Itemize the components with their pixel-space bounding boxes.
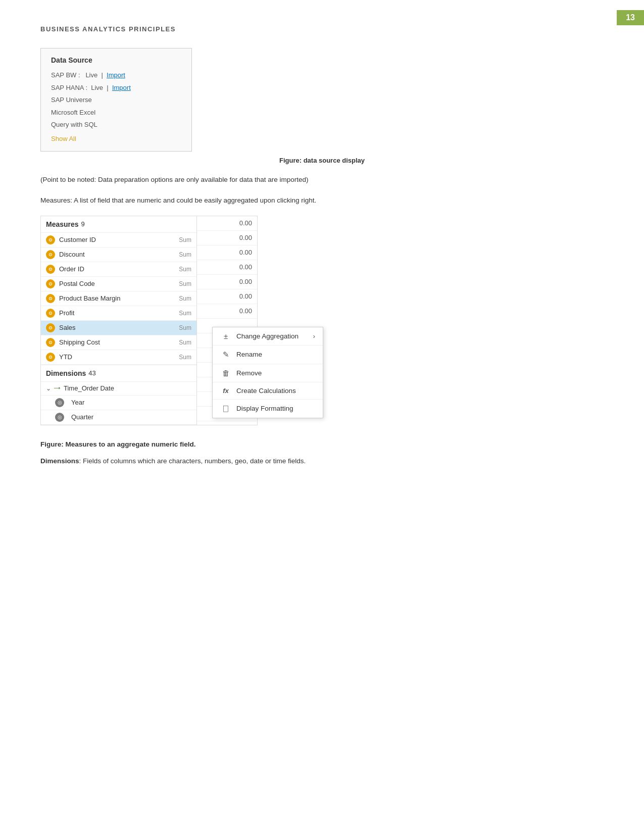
measure-agg-sales: Sum — [179, 324, 191, 331]
dimensions-label: Dimensions — [46, 369, 86, 377]
change-aggregation-arrow: › — [313, 332, 316, 340]
measure-name-product-base-margin: Product Base Margin — [59, 295, 176, 302]
measure-agg-order-id: Sum — [179, 266, 191, 273]
change-aggregation-icon: ± — [220, 332, 231, 340]
value-cell-1: 0.00 — [197, 231, 257, 246]
context-menu: ± Change Aggregation › ✎ Rename 🗑 Remove… — [212, 327, 323, 418]
measure-row-shipping-cost[interactable]: ⊙ Shipping Cost Sum — [41, 335, 196, 350]
page-title: BUSINESS ANALYTICS PRINCIPLES — [40, 25, 604, 33]
measure-icon-order-id: ⊙ — [46, 265, 55, 274]
dimension-icon-year: ◎ — [55, 398, 64, 407]
data-source-box: Data Source SAP BW : Live | Import SAP H… — [40, 48, 192, 152]
measure-row-postal-code[interactable]: ⊙ Postal Code Sum — [41, 277, 196, 291]
measure-row-ytd[interactable]: ⊙ YTD Sum — [41, 350, 196, 365]
rename-icon: ✎ — [220, 350, 231, 359]
dimensions-bold-label: Dimensions — [40, 457, 79, 465]
dimensions-rest-text: : Fields of columns which are characters… — [79, 457, 306, 465]
measure-agg-customer-id: Sum — [179, 236, 191, 243]
figure1-caption-text: Figure: data source display — [279, 157, 365, 164]
dimension-sub-row-year[interactable]: ◎ Year — [41, 396, 196, 410]
measure-agg-ytd: Sum — [179, 354, 191, 361]
value-cell-3: 0.00 — [197, 260, 257, 275]
display-formatting-label: Display Formatting — [236, 405, 293, 412]
remove-label: Remove — [236, 369, 262, 377]
dimension-name-time-order-date: Time_Order Date — [64, 384, 191, 392]
measure-icon-product-base-margin: ⊙ — [46, 294, 55, 303]
measure-name-shipping-cost: Shipping Cost — [59, 338, 176, 346]
value-cell-6: 0.00 — [197, 304, 257, 319]
measure-agg-product-base-margin: Sum — [179, 295, 191, 302]
measure-row-customer-id[interactable]: ⊙ Customer ID Sum — [41, 233, 196, 248]
value-cell-4: 0.00 — [197, 275, 257, 289]
data-source-show-all[interactable]: Show All — [51, 134, 181, 144]
dimensions-count: 43 — [88, 369, 95, 377]
data-source-sap-universe[interactable]: SAP Universe — [51, 95, 181, 105]
context-menu-item-rename[interactable]: ✎ Rename — [213, 346, 323, 364]
measure-name-discount: Discount — [59, 251, 176, 258]
data-source-sap-bw: SAP BW : Live | Import — [51, 70, 181, 80]
measure-icon-postal-code: ⊙ — [46, 279, 55, 288]
measure-name-customer-id: Customer ID — [59, 236, 176, 243]
measure-name-order-id: Order ID — [59, 265, 176, 273]
rename-label: Rename — [236, 351, 262, 358]
sap-bw-import-link[interactable]: Import — [107, 71, 125, 79]
dimension-icon-quarter: ◎ — [55, 413, 64, 422]
figure2-caption-text: Figure: Measures to an aggregate numeric… — [40, 440, 196, 448]
data-source-microsoft-excel[interactable]: Microsoft Excel — [51, 108, 181, 118]
create-calculations-icon: fx — [220, 387, 231, 395]
measure-icon-discount: ⊙ — [46, 250, 55, 259]
body-text-dimensions: Dimensions: Fields of columns which are … — [40, 456, 604, 467]
dimension-expand-arrow[interactable]: ⌄ — [46, 385, 51, 392]
remove-icon: 🗑 — [220, 369, 231, 377]
measure-name-profit: Profit — [59, 309, 176, 317]
body-text-note: (Point to be noted: Data preparation opt… — [40, 174, 604, 186]
measure-name-ytd: YTD — [59, 353, 176, 361]
measure-agg-postal-code: Sum — [179, 280, 191, 287]
measure-icon-shipping-cost: ⊙ — [46, 338, 55, 347]
measure-icon-sales: ⊙ — [46, 323, 55, 332]
measures-count: 9 — [81, 220, 85, 228]
dimension-tree-icon: ⭢ — [54, 384, 61, 393]
context-menu-item-remove[interactable]: 🗑 Remove — [213, 364, 323, 382]
sap-hana-import-link[interactable]: Import — [112, 84, 131, 91]
value-cell-header: 0.00 — [197, 216, 257, 231]
measure-row-discount[interactable]: ⊙ Discount Sum — [41, 248, 196, 262]
measure-row-sales[interactable]: ⊙ Sales Sum — [41, 321, 196, 335]
data-source-box-title: Data Source — [51, 56, 181, 64]
data-source-sap-hana: SAP HANA : Live | Import — [51, 83, 181, 93]
context-menu-item-display-formatting[interactable]: ⎕ Display Formatting — [213, 400, 323, 418]
measures-area: Measures 9 ⊙ Customer ID Sum ⊙ Discount … — [40, 216, 604, 425]
measures-header: Measures 9 — [41, 216, 196, 233]
measure-icon-ytd: ⊙ — [46, 353, 55, 362]
display-formatting-icon: ⎕ — [220, 404, 231, 413]
measure-name-sales: Sales — [59, 324, 176, 331]
measure-icon-customer-id: ⊙ — [46, 235, 55, 244]
measure-name-postal-code: Postal Code — [59, 280, 176, 287]
measure-agg-profit: Sum — [179, 310, 191, 317]
value-cell-5: 0.00 — [197, 289, 257, 304]
page-container: 13 BUSINESS ANALYTICS PRINCIPLES Data So… — [0, 0, 644, 834]
context-menu-item-create-calculations[interactable]: fx Create Calculations — [213, 382, 323, 400]
page-number: 13 — [617, 10, 644, 25]
body-text-measures: Measures: A list of field that are numer… — [40, 195, 604, 207]
value-cell-2: 0.00 — [197, 246, 257, 260]
figure1-caption: Figure: data source display — [40, 157, 604, 164]
dimension-row-time-order-date[interactable]: ⌄ ⭢ Time_Order Date — [41, 382, 196, 396]
measure-row-profit[interactable]: ⊙ Profit Sum — [41, 306, 196, 321]
dimensions-header: Dimensions 43 — [41, 365, 196, 382]
measure-agg-shipping-cost: Sum — [179, 339, 191, 346]
measure-row-product-base-margin[interactable]: ⊙ Product Base Margin Sum — [41, 291, 196, 306]
measure-icon-profit: ⊙ — [46, 309, 55, 318]
measures-label: Measures — [46, 220, 79, 228]
dimension-name-quarter: Quarter — [71, 413, 191, 421]
context-menu-item-change-aggregation[interactable]: ± Change Aggregation › — [213, 327, 323, 346]
figure2-caption: Figure: Measures to an aggregate numeric… — [40, 440, 604, 448]
measure-agg-discount: Sum — [179, 251, 191, 258]
create-calculations-label: Create Calculations — [236, 387, 296, 395]
change-aggregation-label: Change Aggregation — [236, 332, 299, 340]
measure-row-order-id[interactable]: ⊙ Order ID Sum — [41, 262, 196, 277]
measures-panel: Measures 9 ⊙ Customer ID Sum ⊙ Discount … — [40, 216, 197, 425]
dimension-name-year: Year — [71, 399, 191, 406]
dimension-sub-row-quarter[interactable]: ◎ Quarter — [41, 410, 196, 425]
data-source-query-sql[interactable]: Query with SQL — [51, 120, 181, 130]
